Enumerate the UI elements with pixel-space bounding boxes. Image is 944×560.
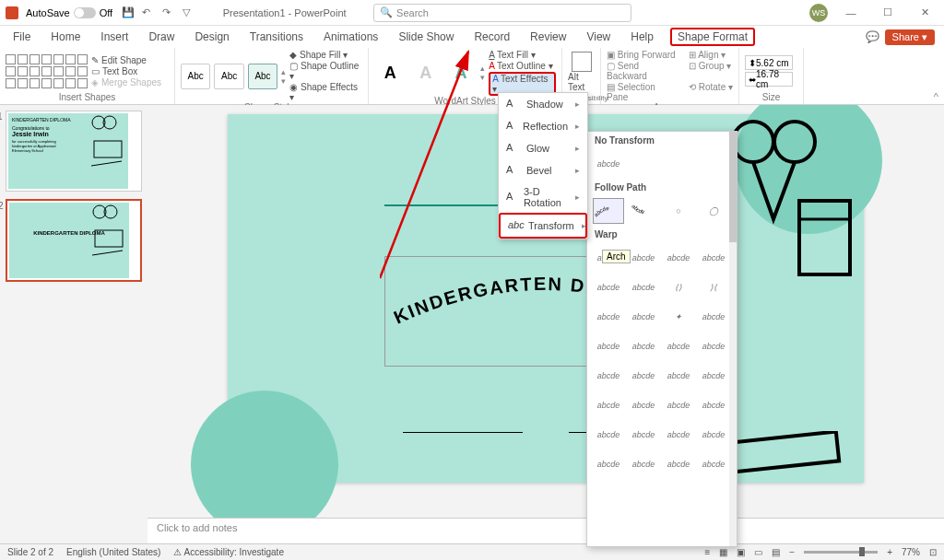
text-box-button[interactable]: ▭ Text Box [91, 66, 161, 76]
zoom-slider[interactable] [804, 551, 878, 554]
shapes-gallery[interactable] [6, 54, 88, 88]
edit-shape-button[interactable]: ✎ Edit Shape [91, 55, 161, 65]
tf-warp[interactable]: abcde [593, 304, 624, 330]
tf-warp[interactable]: abcde [628, 274, 659, 300]
zoom-out-icon[interactable]: − [789, 547, 795, 557]
tf-warp[interactable]: abcde [698, 422, 729, 448]
wordart-thumb-1[interactable]: A [374, 59, 406, 87]
fx-3d-rotation[interactable]: A3-D Rotation▸ [499, 181, 587, 213]
tf-warp[interactable]: abcde [698, 333, 729, 359]
alt-text-button[interactable]: Alt Text [568, 52, 595, 92]
text-outline-button[interactable]: A Text Outline ▾ [489, 61, 556, 71]
width-input[interactable]: ⬌ 16.78 cm [745, 72, 793, 87]
comments-icon[interactable]: 💬 [866, 30, 879, 43]
tf-warp[interactable]: abcde [628, 451, 659, 477]
tf-arch-down[interactable]: abcde [628, 198, 659, 224]
tab-view[interactable]: View [583, 29, 614, 45]
collapse-ribbon-icon[interactable]: ^ [934, 91, 938, 102]
tab-record[interactable]: Record [470, 29, 513, 45]
tf-warp[interactable]: abcde [593, 274, 624, 300]
tf-warp[interactable]: abcde [698, 304, 729, 330]
slide-thumbnail-1[interactable]: 1 KINDERGARTEN DIPLOMA Congratulations t… [6, 111, 142, 192]
tf-warp[interactable]: abcde [663, 392, 694, 418]
slideshow-view-icon[interactable]: ▤ [772, 547, 780, 557]
style-thumb-1[interactable]: Abc [181, 64, 210, 89]
fit-to-window-icon[interactable]: ⊡ [929, 547, 937, 557]
group-button[interactable]: ⊡ Group ▾ [689, 61, 733, 81]
shape-outline-button[interactable]: ▢ Shape Outline ▾ [289, 61, 362, 81]
tf-warp[interactable]: abcde [628, 392, 659, 418]
reading-view-icon[interactable]: ▭ [754, 547, 762, 557]
undo-icon[interactable]: ↶ [142, 6, 155, 19]
height-input[interactable]: ⬍ 5.62 cm [745, 55, 793, 70]
tf-circle[interactable]: ○ [663, 198, 694, 224]
tab-transitions[interactable]: Transitions [246, 29, 307, 45]
tf-warp[interactable]: abcde [628, 245, 659, 271]
tf-arch[interactable]: abcde [593, 198, 624, 224]
tab-insert[interactable]: Insert [97, 29, 132, 45]
tf-button[interactable]: ◯ [698, 198, 729, 224]
fx-glow[interactable]: AGlow▸ [499, 137, 587, 159]
text-fill-button[interactable]: A Text Fill ▾ [489, 50, 556, 60]
tf-warp[interactable]: abcde [698, 245, 729, 271]
autosave-toggle[interactable]: AutoSave Off [26, 7, 112, 18]
tab-design[interactable]: Design [191, 29, 232, 45]
style-thumb-3[interactable]: Abc [248, 64, 277, 89]
share-button[interactable]: Share ▾ [885, 29, 935, 45]
tf-warp[interactable]: abcde [628, 304, 659, 330]
redo-icon[interactable]: ↷ [162, 6, 175, 19]
tf-warp[interactable]: abcde [663, 451, 694, 477]
tab-draw[interactable]: Draw [145, 29, 178, 45]
shape-effects-button[interactable]: ◉ Shape Effects ▾ [289, 82, 362, 102]
send-backward-button[interactable]: ▢ Send Backward [607, 61, 679, 81]
tf-warp[interactable]: abcde [663, 333, 694, 359]
tab-file[interactable]: File [9, 29, 34, 45]
tf-warp[interactable]: abcde [663, 363, 694, 389]
style-thumb-2[interactable]: Abc [214, 64, 243, 89]
tab-animations[interactable]: Animations [320, 29, 382, 45]
bring-forward-button[interactable]: ▣ Bring Forward [607, 50, 679, 60]
tf-warp[interactable]: abcde [628, 422, 659, 448]
tab-help[interactable]: Help [627, 29, 657, 45]
tf-warp[interactable]: abcde [628, 333, 659, 359]
tf-warp[interactable]: ✦ [663, 304, 694, 330]
tf-warp[interactable]: abcde [593, 451, 624, 477]
tf-warp[interactable]: ⟩⟨ [698, 274, 729, 300]
tab-slideshow[interactable]: Slide Show [395, 29, 457, 45]
tf-none[interactable]: abcde [593, 151, 624, 177]
tf-warp[interactable]: abcde [593, 422, 624, 448]
wordart-thumb-2[interactable]: A [409, 59, 441, 87]
save-icon[interactable]: 💾 [122, 6, 135, 19]
selection-pane-button[interactable]: ▤ Selection Pane [607, 82, 679, 102]
minimize-button[interactable]: — [837, 7, 865, 18]
tf-warp[interactable]: abcde [663, 422, 694, 448]
tf-warp[interactable]: abcde [698, 392, 729, 418]
close-button[interactable]: ✕ [911, 6, 938, 18]
align-button[interactable]: ⊞ Align ▾ [689, 50, 733, 60]
shape-fill-button[interactable]: ◆ Shape Fill ▾ [289, 50, 362, 60]
tab-review[interactable]: Review [526, 29, 570, 45]
search-input[interactable]: 🔍 Search [373, 4, 631, 22]
slide-thumbnail-2[interactable]: 2 KINDERGARTEN DIPLOMA [6, 199, 142, 282]
slide-sorter-icon[interactable]: ▣ [737, 547, 745, 557]
notes-pane[interactable]: Click to add notes [148, 518, 944, 543]
tf-warp[interactable]: ⟨⟩ [663, 274, 694, 300]
slide-counter[interactable]: Slide 2 of 2 [7, 547, 53, 557]
fx-bevel[interactable]: ABevel▸ [499, 159, 587, 181]
tf-warp[interactable]: abcde [698, 451, 729, 477]
notes-button[interactable]: ≡ [704, 547, 710, 557]
zoom-in-icon[interactable]: + [887, 547, 892, 557]
rotate-button[interactable]: ⟲ Rotate ▾ [689, 82, 733, 102]
start-slideshow-icon[interactable]: ▽ [183, 6, 195, 19]
fx-transform[interactable]: abcTransform▸ [499, 213, 587, 239]
merge-shapes-button[interactable]: ◈ Merge Shapes [91, 77, 161, 88]
tab-home[interactable]: Home [47, 29, 84, 45]
fx-reflection[interactable]: AReflection▸ [499, 115, 587, 137]
maximize-button[interactable]: ☐ [874, 6, 902, 18]
language-indicator[interactable]: English (United States) [66, 547, 160, 557]
tab-shape-format[interactable]: Shape Format [670, 28, 755, 46]
fx-shadow[interactable]: AShadow▸ [499, 93, 587, 115]
accessibility-status[interactable]: ⚠ Accessibility: Investigate [173, 547, 284, 557]
tf-warp[interactable]: abcde [628, 363, 659, 389]
toggle-icon[interactable] [74, 7, 96, 18]
